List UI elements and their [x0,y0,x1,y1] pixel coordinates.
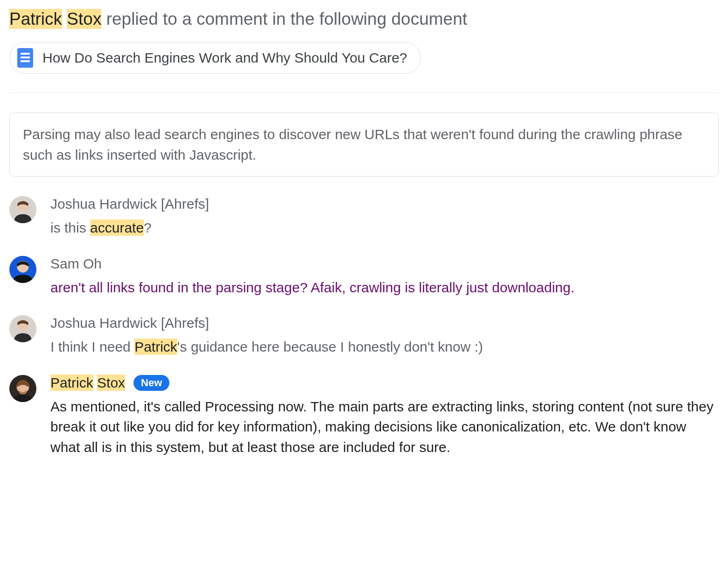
comment-text-fragment: I think I need [50,339,134,354]
comment-item: Joshua Hardwick [Ahrefs] I think I need … [9,315,719,357]
google-docs-icon [17,48,33,68]
action-text: replied to a comment in the following do… [101,9,467,28]
comment-text: I think I need Patrick's guidance here b… [50,337,719,357]
comment-author: Joshua Hardwick [Ahrefs] [50,315,209,331]
author-first-name: Patrick [50,374,93,391]
comment-context-snippet: Parsing may also lead search engines to … [9,113,719,177]
comment-text: As mentioned, it's called Processing now… [50,396,719,458]
actor-last-name: Stox [67,9,101,29]
divider [9,92,719,93]
comment-text: aren't all links found in the parsing st… [50,277,719,298]
comment-text: is this accurate? [50,218,719,238]
comment-text-fragment: 's guidance here because I honestly don'… [177,339,483,354]
notification-heading: Patrick Stox replied to a comment in the… [9,9,719,29]
comment-author: Patrick Stox [50,375,125,391]
comment-author: Sam Oh [50,256,102,272]
highlighted-term: Patrick [134,339,177,355]
document-title: How Do Search Engines Work and Why Shoul… [42,50,407,66]
avatar [9,256,36,283]
avatar [9,375,36,402]
comment-text-fragment: ? [144,220,152,235]
comment-text-fragment: is this [50,220,90,235]
comment-item: Sam Oh aren't all links found in the par… [9,256,719,298]
avatar [9,196,36,223]
new-badge: New [133,375,169,391]
avatar [9,315,36,342]
comment-thread: Joshua Hardwick [Ahrefs] is this accurat… [9,196,719,457]
actor-first-name: Patrick [9,9,62,29]
author-last-name: Stox [97,374,125,391]
highlighted-term: accurate [90,219,144,236]
comment-item: Joshua Hardwick [Ahrefs] is this accurat… [9,196,719,238]
comment-item: Patrick Stox New As mentioned, it's call… [9,375,719,458]
document-chip[interactable]: How Do Search Engines Work and Why Shoul… [9,42,421,74]
comment-author: Joshua Hardwick [Ahrefs] [50,196,209,212]
